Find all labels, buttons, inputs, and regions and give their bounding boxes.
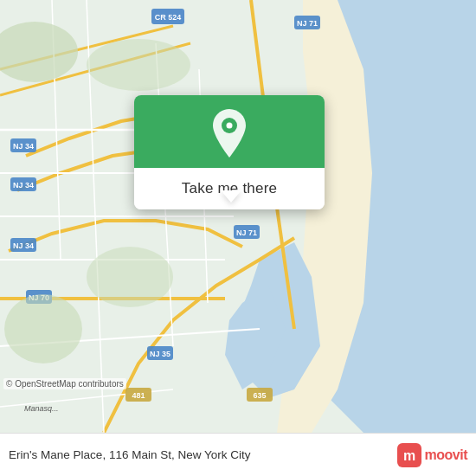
map-svg: CR 524 NJ 71 NJ 34 NJ 34 NJ 34 NJ 70 NJ … xyxy=(0,0,476,433)
destination-text: Erin's Mane Place, 116 Main St, New York… xyxy=(9,448,250,461)
osm-attribution: © OpenStreetMap contributors xyxy=(3,378,126,389)
popup-tail xyxy=(221,190,241,203)
svg-text:481: 481 xyxy=(132,391,145,400)
svg-text:NJ 35: NJ 35 xyxy=(150,350,170,358)
popup-bottom[interactable]: Take me there xyxy=(134,168,325,209)
svg-text:NJ 34: NJ 34 xyxy=(13,142,34,151)
svg-text:NJ 71: NJ 71 xyxy=(297,19,318,28)
moovit-logo: m moovit xyxy=(397,443,467,467)
moovit-icon-svg: m xyxy=(397,443,421,467)
svg-point-42 xyxy=(87,247,173,307)
location-icon-wrapper xyxy=(207,111,252,156)
moovit-wordmark: moovit xyxy=(425,447,467,463)
map-container[interactable]: CR 524 NJ 71 NJ 34 NJ 34 NJ 34 NJ 70 NJ … xyxy=(0,0,476,433)
popup-top xyxy=(134,95,325,168)
svg-text:NJ 34: NJ 34 xyxy=(13,241,34,250)
svg-text:NJ 34: NJ 34 xyxy=(13,181,34,190)
bottom-bar: Erin's Mane Place, 116 Main St, New York… xyxy=(0,433,476,476)
svg-text:635: 635 xyxy=(253,391,266,400)
svg-text:Manasq...: Manasq... xyxy=(24,404,59,413)
svg-text:CR 524: CR 524 xyxy=(155,13,182,22)
svg-text:m: m xyxy=(402,448,415,463)
svg-text:NJ 71: NJ 71 xyxy=(236,228,257,237)
svg-point-40 xyxy=(87,39,190,91)
svg-point-41 xyxy=(4,294,82,363)
location-pin-icon xyxy=(209,109,250,158)
svg-point-44 xyxy=(227,123,233,129)
